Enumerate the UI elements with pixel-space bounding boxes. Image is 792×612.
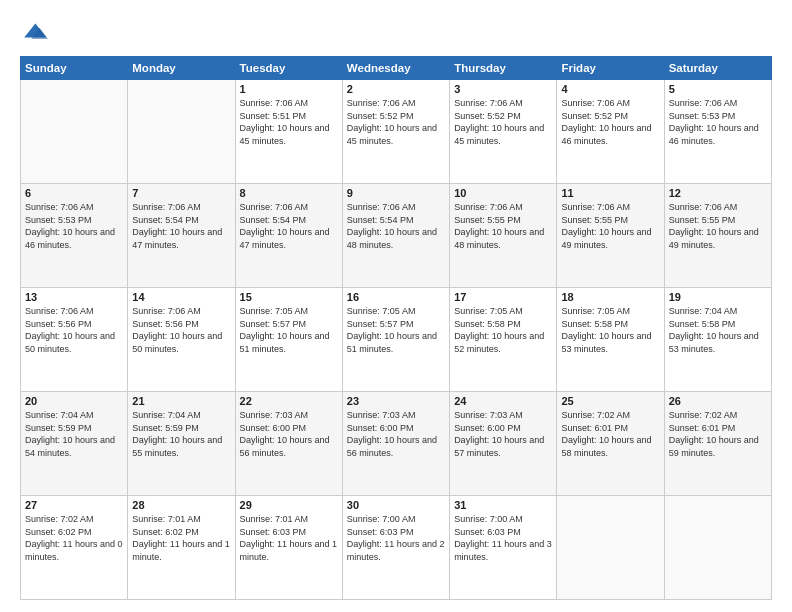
day-number: 6 [25,187,123,199]
calendar-day-header: Wednesday [342,57,449,80]
day-number: 14 [132,291,230,303]
day-number: 25 [561,395,659,407]
day-number: 18 [561,291,659,303]
cell-info: Sunrise: 7:05 AM Sunset: 5:58 PM Dayligh… [454,305,552,355]
calendar-cell: 10Sunrise: 7:06 AM Sunset: 5:55 PM Dayli… [450,184,557,288]
day-number: 5 [669,83,767,95]
calendar-cell: 18Sunrise: 7:05 AM Sunset: 5:58 PM Dayli… [557,288,664,392]
cell-info: Sunrise: 7:05 AM Sunset: 5:57 PM Dayligh… [240,305,338,355]
cell-info: Sunrise: 7:06 AM Sunset: 5:51 PM Dayligh… [240,97,338,147]
calendar-cell: 21Sunrise: 7:04 AM Sunset: 5:59 PM Dayli… [128,392,235,496]
day-number: 30 [347,499,445,511]
calendar-cell [664,496,771,600]
calendar-cell: 23Sunrise: 7:03 AM Sunset: 6:00 PM Dayli… [342,392,449,496]
calendar-cell: 7Sunrise: 7:06 AM Sunset: 5:54 PM Daylig… [128,184,235,288]
calendar-cell: 31Sunrise: 7:00 AM Sunset: 6:03 PM Dayli… [450,496,557,600]
cell-info: Sunrise: 7:06 AM Sunset: 5:55 PM Dayligh… [669,201,767,251]
day-number: 1 [240,83,338,95]
cell-info: Sunrise: 7:06 AM Sunset: 5:53 PM Dayligh… [669,97,767,147]
calendar-cell: 30Sunrise: 7:00 AM Sunset: 6:03 PM Dayli… [342,496,449,600]
cell-info: Sunrise: 7:03 AM Sunset: 6:00 PM Dayligh… [347,409,445,459]
calendar-cell: 6Sunrise: 7:06 AM Sunset: 5:53 PM Daylig… [21,184,128,288]
cell-info: Sunrise: 7:06 AM Sunset: 5:52 PM Dayligh… [454,97,552,147]
day-number: 27 [25,499,123,511]
day-number: 28 [132,499,230,511]
day-number: 11 [561,187,659,199]
day-number: 13 [25,291,123,303]
cell-info: Sunrise: 7:06 AM Sunset: 5:56 PM Dayligh… [25,305,123,355]
day-number: 15 [240,291,338,303]
cell-info: Sunrise: 7:02 AM Sunset: 6:01 PM Dayligh… [561,409,659,459]
calendar-cell: 8Sunrise: 7:06 AM Sunset: 5:54 PM Daylig… [235,184,342,288]
calendar-day-header: Friday [557,57,664,80]
calendar-cell: 19Sunrise: 7:04 AM Sunset: 5:58 PM Dayli… [664,288,771,392]
cell-info: Sunrise: 7:06 AM Sunset: 5:54 PM Dayligh… [240,201,338,251]
calendar-cell: 9Sunrise: 7:06 AM Sunset: 5:54 PM Daylig… [342,184,449,288]
calendar-cell: 24Sunrise: 7:03 AM Sunset: 6:00 PM Dayli… [450,392,557,496]
logo [20,18,52,46]
cell-info: Sunrise: 7:04 AM Sunset: 5:58 PM Dayligh… [669,305,767,355]
cell-info: Sunrise: 7:04 AM Sunset: 5:59 PM Dayligh… [25,409,123,459]
header [20,18,772,46]
cell-info: Sunrise: 7:06 AM Sunset: 5:56 PM Dayligh… [132,305,230,355]
cell-info: Sunrise: 7:05 AM Sunset: 5:57 PM Dayligh… [347,305,445,355]
logo-icon [20,18,48,46]
cell-info: Sunrise: 7:05 AM Sunset: 5:58 PM Dayligh… [561,305,659,355]
cell-info: Sunrise: 7:03 AM Sunset: 6:00 PM Dayligh… [454,409,552,459]
calendar-cell: 14Sunrise: 7:06 AM Sunset: 5:56 PM Dayli… [128,288,235,392]
calendar-cell: 22Sunrise: 7:03 AM Sunset: 6:00 PM Dayli… [235,392,342,496]
calendar-cell: 2Sunrise: 7:06 AM Sunset: 5:52 PM Daylig… [342,80,449,184]
calendar-day-header: Sunday [21,57,128,80]
cell-info: Sunrise: 7:04 AM Sunset: 5:59 PM Dayligh… [132,409,230,459]
cell-info: Sunrise: 7:02 AM Sunset: 6:01 PM Dayligh… [669,409,767,459]
calendar-cell: 26Sunrise: 7:02 AM Sunset: 6:01 PM Dayli… [664,392,771,496]
calendar-cell: 29Sunrise: 7:01 AM Sunset: 6:03 PM Dayli… [235,496,342,600]
cell-info: Sunrise: 7:06 AM Sunset: 5:52 PM Dayligh… [561,97,659,147]
day-number: 20 [25,395,123,407]
cell-info: Sunrise: 7:02 AM Sunset: 6:02 PM Dayligh… [25,513,123,563]
calendar-week-row: 1Sunrise: 7:06 AM Sunset: 5:51 PM Daylig… [21,80,772,184]
calendar-cell: 20Sunrise: 7:04 AM Sunset: 5:59 PM Dayli… [21,392,128,496]
day-number: 4 [561,83,659,95]
cell-info: Sunrise: 7:03 AM Sunset: 6:00 PM Dayligh… [240,409,338,459]
calendar-cell [128,80,235,184]
calendar-day-header: Monday [128,57,235,80]
day-number: 29 [240,499,338,511]
calendar-day-header: Saturday [664,57,771,80]
day-number: 12 [669,187,767,199]
day-number: 17 [454,291,552,303]
calendar-cell: 5Sunrise: 7:06 AM Sunset: 5:53 PM Daylig… [664,80,771,184]
day-number: 31 [454,499,552,511]
cell-info: Sunrise: 7:06 AM Sunset: 5:53 PM Dayligh… [25,201,123,251]
calendar-day-header: Tuesday [235,57,342,80]
day-number: 8 [240,187,338,199]
day-number: 10 [454,187,552,199]
day-number: 19 [669,291,767,303]
day-number: 9 [347,187,445,199]
day-number: 2 [347,83,445,95]
cell-info: Sunrise: 7:06 AM Sunset: 5:54 PM Dayligh… [347,201,445,251]
calendar-cell: 11Sunrise: 7:06 AM Sunset: 5:55 PM Dayli… [557,184,664,288]
calendar-cell: 27Sunrise: 7:02 AM Sunset: 6:02 PM Dayli… [21,496,128,600]
cell-info: Sunrise: 7:00 AM Sunset: 6:03 PM Dayligh… [454,513,552,563]
day-number: 23 [347,395,445,407]
calendar-table: SundayMondayTuesdayWednesdayThursdayFrid… [20,56,772,600]
calendar-cell: 12Sunrise: 7:06 AM Sunset: 5:55 PM Dayli… [664,184,771,288]
calendar-cell: 25Sunrise: 7:02 AM Sunset: 6:01 PM Dayli… [557,392,664,496]
day-number: 7 [132,187,230,199]
calendar-week-row: 27Sunrise: 7:02 AM Sunset: 6:02 PM Dayli… [21,496,772,600]
cell-info: Sunrise: 7:01 AM Sunset: 6:02 PM Dayligh… [132,513,230,563]
calendar-week-row: 20Sunrise: 7:04 AM Sunset: 5:59 PM Dayli… [21,392,772,496]
calendar-header-row: SundayMondayTuesdayWednesdayThursdayFrid… [21,57,772,80]
calendar-cell: 4Sunrise: 7:06 AM Sunset: 5:52 PM Daylig… [557,80,664,184]
calendar-day-header: Thursday [450,57,557,80]
cell-info: Sunrise: 7:06 AM Sunset: 5:55 PM Dayligh… [561,201,659,251]
day-number: 21 [132,395,230,407]
calendar-cell [557,496,664,600]
cell-info: Sunrise: 7:00 AM Sunset: 6:03 PM Dayligh… [347,513,445,563]
calendar-cell: 15Sunrise: 7:05 AM Sunset: 5:57 PM Dayli… [235,288,342,392]
day-number: 16 [347,291,445,303]
calendar-cell: 1Sunrise: 7:06 AM Sunset: 5:51 PM Daylig… [235,80,342,184]
calendar-cell: 17Sunrise: 7:05 AM Sunset: 5:58 PM Dayli… [450,288,557,392]
day-number: 22 [240,395,338,407]
